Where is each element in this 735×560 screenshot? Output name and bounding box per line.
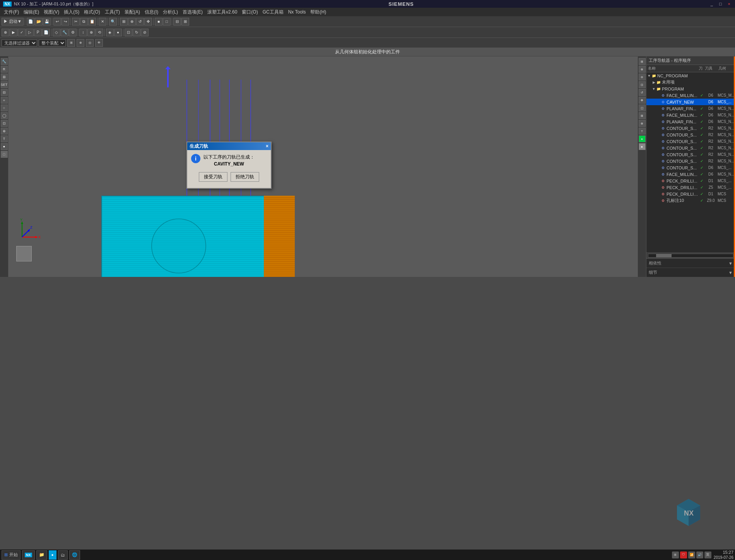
tree-item-nc-program[interactable]: ▼ 📁 NC_PROGRAM bbox=[646, 72, 735, 79]
tree-item-planar-fin1[interactable]: ⚙ PLANAR_FIN... ✓ D6 MCS_N... bbox=[646, 105, 735, 112]
rotate-btn[interactable]: ↺ bbox=[136, 18, 144, 26]
shop-doc-btn[interactable]: 📄 bbox=[42, 29, 50, 36]
menu-insert[interactable]: 插入(S) bbox=[62, 8, 82, 16]
menu-gc[interactable]: GC工具箱 bbox=[260, 8, 286, 16]
sidebar-icon-13[interactable]: □ bbox=[1, 151, 8, 158]
layer-btn[interactable]: ⊟ bbox=[173, 18, 181, 26]
menu-view[interactable]: 视图(V) bbox=[41, 8, 62, 16]
tree-item-contour-s4[interactable]: ⚙ CONTOUR_S... ✓ R2 MCS_N... bbox=[646, 145, 735, 151]
vp-icon-zoom-out[interactable]: ⊖ bbox=[639, 73, 646, 80]
menu-tools[interactable]: 工具(T) bbox=[103, 8, 122, 16]
tree-item-peck-drilling[interactable]: ⚙ PECK_DRILLING ✓ D1 MCS bbox=[646, 191, 735, 197]
window-controls[interactable]: _ □ × bbox=[709, 2, 732, 6]
verify-btn[interactable]: ✓ bbox=[18, 29, 26, 36]
sidebar-icon-1[interactable]: 🔧 bbox=[1, 58, 8, 65]
tree-item-contour-s6[interactable]: ⚙ CONTOUR_S... ✓ R2 MCS_N... bbox=[646, 158, 735, 164]
2dpath-btn[interactable]: ⊡ bbox=[125, 29, 132, 36]
start-button[interactable]: ▶ 启动▼ bbox=[2, 18, 24, 26]
simulate-btn[interactable]: ▷ bbox=[26, 29, 34, 36]
tree-item-face-mill3[interactable]: ⚙ FACE_MILLIN... ✓ D6 MCS_N... bbox=[646, 171, 735, 178]
post-btn[interactable]: P bbox=[34, 29, 42, 36]
filter-icon[interactable]: ⊞ bbox=[67, 39, 75, 47]
expand-icon-3[interactable]: ▼ bbox=[652, 87, 656, 91]
scrollbar-track[interactable] bbox=[648, 254, 733, 258]
paste-btn[interactable]: 📋 bbox=[88, 18, 96, 26]
tree-item-unused[interactable]: ▶ 📁 未用项 bbox=[646, 79, 735, 85]
related-section[interactable]: 相依性 ▼ bbox=[646, 258, 735, 268]
transform-btn[interactable]: ⟲ bbox=[96, 29, 103, 36]
vp-icon-green[interactable]: ● bbox=[639, 135, 646, 142]
sidebar-icon-9[interactable]: ⊡ bbox=[1, 120, 8, 127]
expand-icon-2[interactable]: ▶ bbox=[652, 80, 656, 84]
vp-icon-T[interactable]: T bbox=[639, 128, 646, 135]
shading-btn[interactable]: ■ bbox=[155, 18, 162, 26]
sidebar-icon-2[interactable]: R bbox=[1, 66, 8, 73]
search-btn[interactable]: 🔍 bbox=[109, 18, 117, 26]
save-btn[interactable]: 💾 bbox=[43, 18, 51, 26]
menu-help[interactable]: 帮助(H) bbox=[308, 8, 328, 16]
taskbar-folder-app[interactable]: 📁 bbox=[36, 550, 47, 560]
sidebar-icon-12[interactable]: ● bbox=[1, 143, 8, 150]
sidebar-icon-7[interactable]: ○ bbox=[1, 104, 8, 111]
sidebar-icon-11[interactable]: T bbox=[1, 135, 8, 142]
minimize-btn[interactable]: _ bbox=[709, 2, 714, 6]
sidebar-icon-4[interactable]: SET bbox=[1, 81, 8, 88]
color-btn[interactable]: ● bbox=[114, 29, 122, 36]
vp-icon-expand[interactable]: ⊞ bbox=[639, 58, 646, 65]
menu-info[interactable]: 信息(I) bbox=[142, 8, 161, 16]
menu-roll-tool[interactable]: 滚塑工具v2.60 bbox=[205, 8, 239, 16]
menu-format[interactable]: 格式(O) bbox=[82, 8, 102, 16]
tree-item-planar-fin2[interactable]: ⚙ PLANAR_FIN... ✓ D6 MCS_N... bbox=[646, 118, 735, 125]
tree-item-peck-drill2[interactable]: ⚙ PECK_DRILLI... ✓ Z5 MCS_... bbox=[646, 184, 735, 191]
taskbar-docs-app[interactable]: 🗂 bbox=[58, 550, 68, 560]
eye-icon[interactable]: ◎ bbox=[86, 39, 94, 47]
reject-toolpath-button[interactable]: 拒绝刀轨 bbox=[231, 172, 259, 182]
wcs-btn[interactable]: ⊞ bbox=[181, 18, 189, 26]
start-taskbar-btn[interactable]: ⊞ 开始 bbox=[2, 550, 21, 560]
fit-btn[interactable]: ⊞ bbox=[120, 18, 128, 26]
scope-filter[interactable]: 整个装配 bbox=[39, 39, 66, 46]
vp-icon-fit[interactable]: ⊡ bbox=[639, 81, 646, 88]
zoom-btn[interactable]: ⊕ bbox=[128, 18, 136, 26]
move-btn[interactable]: ↕ bbox=[79, 29, 87, 36]
tree-item-hole-note[interactable]: ⚙ 孔标注10 ✓ Z9.0 MCS bbox=[646, 197, 735, 204]
vp-icon-zoom-in[interactable]: ⊕ bbox=[639, 66, 646, 73]
menu-preferences[interactable]: 首选项(E) bbox=[180, 8, 205, 16]
tree-item-contour-s1[interactable]: ⚙ CONTOUR_S... ✓ R2 MCS_N... bbox=[646, 125, 735, 131]
delete-btn[interactable]: ✕ bbox=[99, 18, 106, 26]
display-btn[interactable]: ◈ bbox=[106, 29, 114, 36]
vp-icon-copy3[interactable]: ⊕ bbox=[639, 120, 646, 127]
tool-btn[interactable]: 🔧 bbox=[61, 29, 68, 36]
visible-icon[interactable]: 👁 bbox=[95, 39, 103, 47]
sidebar-icon-6[interactable]: = bbox=[1, 97, 8, 104]
accept-toolpath-button[interactable]: 接受刀轨 bbox=[199, 172, 227, 182]
tree-item-contour-s2[interactable]: ⚙ CONTOUR_S... ✓ R2 MCS_N... bbox=[646, 131, 735, 138]
vp-icon-measure[interactable]: ⊞ bbox=[639, 112, 646, 119]
vp-icon-gray[interactable]: ■ bbox=[639, 143, 646, 150]
sidebar-icon-3[interactable]: ⊞ bbox=[1, 73, 8, 80]
copy-btn[interactable]: ⧉ bbox=[80, 18, 88, 26]
select-icon[interactable]: ⊕ bbox=[77, 39, 84, 47]
detail-section[interactable]: 细节 ▼ bbox=[646, 268, 735, 277]
tree-item-peck-drill1[interactable]: ⚙ PECK_DRILLI... ✓ D1 MCS_... bbox=[646, 178, 735, 184]
menu-nx-tools[interactable]: Nx Tools bbox=[286, 9, 308, 15]
expand-icon[interactable]: ▼ bbox=[647, 74, 651, 78]
replay-btn[interactable]: ↻ bbox=[133, 29, 140, 36]
menu-window[interactable]: 窗口(O) bbox=[239, 8, 260, 16]
create-op-btn[interactable]: ⊕ bbox=[2, 29, 9, 36]
tree-item-face-mill2[interactable]: ⚙ FACE_MILLIN... ✓ D6 MCS_N... bbox=[646, 112, 735, 118]
copy2-btn[interactable]: ⊕ bbox=[87, 29, 95, 36]
sidebar-icon-8[interactable]: ◯ bbox=[1, 112, 8, 119]
selection-filter[interactable]: 无选择过滤器 bbox=[2, 39, 37, 46]
tree-item-program[interactable]: ▼ 📁 PROGRAM bbox=[646, 85, 735, 92]
tree-item-cavity-new[interactable]: ⚙ CAVITY_NEW D6 MCS_... bbox=[646, 99, 735, 105]
taskbar-browser-app[interactable]: 🌐 bbox=[69, 550, 80, 560]
view-cube[interactable] bbox=[16, 246, 32, 261]
dialog-close-icon[interactable]: × bbox=[266, 143, 268, 149]
sidebar-icon-10[interactable]: ⊕ bbox=[1, 128, 8, 135]
tree-item-face-mill1[interactable]: ⚙ FACE_MILLIN... ✓ D6 MCS_M... bbox=[646, 92, 735, 99]
cut-btn[interactable]: ✂ bbox=[72, 18, 80, 26]
vp-icon-rotate[interactable]: ↺ bbox=[639, 89, 646, 96]
open-btn[interactable]: 📂 bbox=[35, 18, 43, 26]
menu-analysis[interactable]: 分析(L) bbox=[161, 8, 180, 16]
